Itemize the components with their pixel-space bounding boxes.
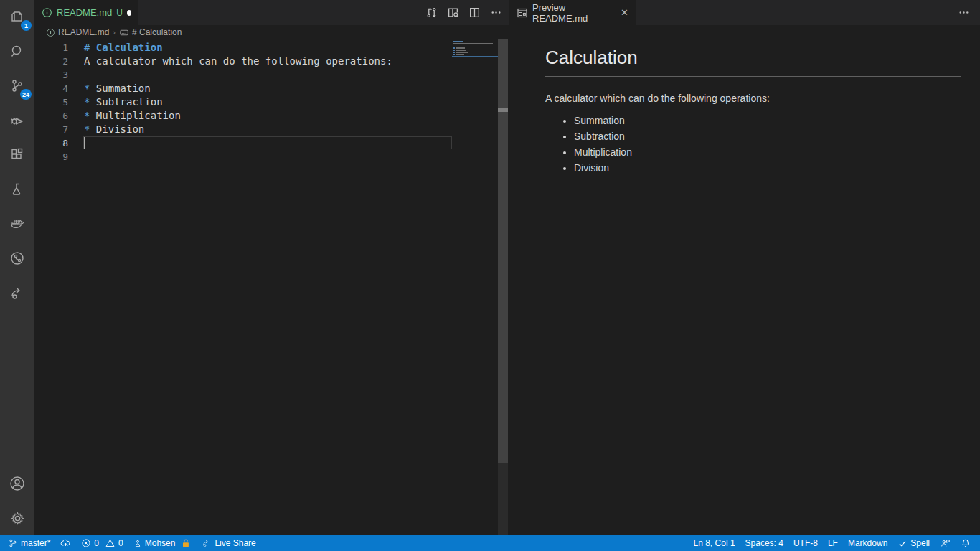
preview-tab-title: Preview README.md	[532, 2, 616, 24]
language-mode-status[interactable]: Markdown	[843, 535, 892, 551]
live-share-icon[interactable]	[0, 276, 34, 310]
file-info-icon	[42, 6, 52, 19]
editor-group: README.md U README.md › # Ca	[34, 0, 509, 535]
current-line-highlight	[83, 136, 452, 149]
code-line[interactable]: 8	[34, 136, 452, 150]
eol-label: LF	[828, 538, 838, 548]
tab-title: README.md	[57, 7, 112, 18]
markdown-preview-icon	[517, 6, 528, 19]
feedback-icon[interactable]	[935, 535, 956, 551]
code-line[interactable]: 5* Subtraction	[34, 95, 452, 109]
user-status[interactable]: Mohsen	[128, 535, 197, 551]
live-share-status[interactable]: Live Share	[196, 535, 260, 551]
preview-heading: Calculation	[545, 47, 961, 77]
error-count: 0	[94, 538, 99, 548]
line-number: 2	[34, 55, 68, 68]
breadcrumb-chevron-icon: ›	[113, 28, 116, 37]
minimap-row	[452, 58, 498, 60]
tab-preview-readme[interactable]: Preview README.md ✕	[509, 0, 636, 25]
source-control-icon[interactable]: 24	[0, 69, 34, 103]
status-right: Ln 8, Col 1 Spaces: 4 UTF-8 LF Markdown …	[689, 535, 980, 551]
testing-beaker-icon[interactable]	[0, 172, 34, 207]
code-token: *	[84, 110, 96, 121]
status-left: master* 0 0 Mohsen Live Share	[0, 535, 261, 551]
preview-paragraph: A calculator which can do the following …	[545, 93, 961, 104]
branch-status[interactable]: master*	[3, 535, 55, 551]
preview-tab-bar: Preview README.md ✕	[509, 0, 980, 25]
overview-ruler-cursor-marker	[498, 108, 508, 112]
breadcrumb-symbol-label: # Calculation	[132, 27, 182, 37]
preview-more-actions-icon[interactable]	[958, 6, 970, 19]
code-line[interactable]: 7* Division	[34, 123, 452, 136]
extensions-icon[interactable]	[0, 138, 34, 172]
settings-gear-icon[interactable]	[0, 501, 34, 535]
publish-changes-button[interactable]	[55, 535, 76, 551]
more-actions-icon[interactable]	[490, 6, 502, 19]
open-changes-icon[interactable]	[425, 6, 438, 19]
notifications-bell-icon[interactable]	[956, 535, 976, 551]
code-line[interactable]: 2A calculator which can do the following…	[34, 55, 452, 68]
live-share-label: Live Share	[215, 538, 255, 548]
line-number: 8	[34, 136, 68, 150]
close-icon[interactable]: ✕	[621, 8, 628, 17]
run-debug-icon[interactable]	[0, 103, 34, 138]
preview-list: SummationSubtractionMultiplicationDivisi…	[545, 113, 961, 176]
preview-list-item: Summation	[574, 113, 961, 128]
line-number: 9	[34, 150, 68, 164]
editor-scrollbar	[498, 39, 508, 535]
cursor-position-status[interactable]: Ln 8, Col 1	[689, 535, 740, 551]
search-icon[interactable]	[0, 34, 34, 69]
line-number: 4	[34, 82, 68, 95]
breadcrumb: README.md › # Calculation	[34, 25, 509, 39]
line-number: 5	[34, 95, 68, 109]
split-editor-icon[interactable]	[468, 6, 481, 19]
code-token: Division	[96, 123, 144, 135]
line-number: 7	[34, 123, 68, 136]
encoding-label: UTF-8	[793, 538, 818, 548]
cursor-position-label: Ln 8, Col 1	[694, 538, 735, 548]
code-line[interactable]: 3	[34, 68, 452, 82]
indentation-status[interactable]: Spaces: 4	[740, 535, 788, 551]
line-number: 1	[34, 41, 68, 55]
eol-status[interactable]: LF	[823, 535, 843, 551]
preview-pane: Preview README.md ✕ Calculation A calcul…	[509, 0, 980, 535]
code-line[interactable]: 4* Summation	[34, 82, 452, 95]
branch-label: master*	[21, 538, 50, 548]
indentation-label: Spaces: 4	[745, 538, 783, 548]
explorer-icon[interactable]: 1	[0, 0, 34, 34]
activity-bar: 1 24	[0, 0, 34, 535]
editor-actions	[425, 0, 502, 25]
minimap[interactable]	[452, 41, 498, 60]
problems-status[interactable]: 0 0	[76, 535, 128, 551]
tab-readme[interactable]: README.md U	[34, 0, 138, 25]
code-line[interactable]: 6* Multiplication	[34, 109, 452, 123]
code-token: Subtraction	[96, 96, 163, 108]
gitlens-icon[interactable]	[0, 241, 34, 276]
scm-badge: 24	[20, 89, 32, 100]
warning-count: 0	[118, 538, 123, 548]
spell-checker-status[interactable]: Spell	[892, 535, 935, 551]
breadcrumb-symbol[interactable]: # Calculation	[119, 27, 182, 37]
open-preview-side-icon[interactable]	[447, 6, 459, 19]
scrollbar-thumb[interactable]	[498, 39, 508, 463]
code-line[interactable]: 1# Calculation	[34, 41, 452, 55]
preview-actions	[958, 0, 970, 25]
explorer-badge: 1	[21, 20, 32, 31]
preview-list-item: Multiplication	[574, 144, 961, 160]
editor-tab-bar: README.md U	[34, 0, 509, 25]
code-token: *	[84, 96, 96, 108]
breadcrumb-file[interactable]: README.md	[46, 27, 109, 37]
account-icon[interactable]	[0, 466, 34, 501]
editor-lines[interactable]: 1# Calculation2A calculator which can do…	[34, 41, 452, 164]
code-token: Calculation	[96, 42, 163, 53]
line-number: 3	[34, 68, 68, 82]
user-label: Mohsen	[145, 538, 176, 548]
language-label: Markdown	[848, 538, 887, 548]
preview-list-item: Subtraction	[574, 128, 961, 144]
encoding-status[interactable]: UTF-8	[788, 535, 823, 551]
breadcrumb-file-label: README.md	[58, 27, 109, 37]
code-token: A calculator which can do the following …	[84, 55, 392, 67]
unsaved-dot-icon[interactable]	[127, 10, 131, 16]
docker-icon[interactable]	[0, 207, 34, 241]
code-line[interactable]: 9	[34, 150, 452, 164]
